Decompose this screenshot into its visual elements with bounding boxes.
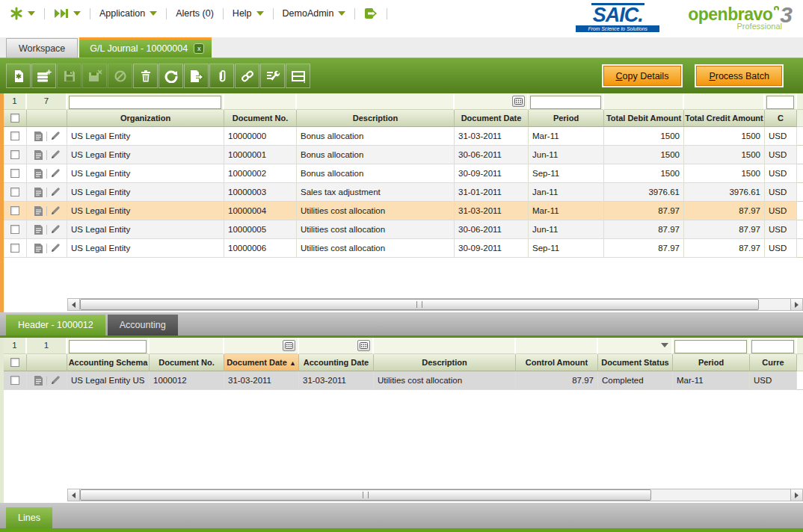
tab-accounting[interactable]: Accounting	[108, 315, 178, 335]
currency-filter-input[interactable]	[766, 96, 794, 109]
edit-pencil-icon[interactable]	[50, 375, 61, 386]
table-row[interactable]: US Legal Entity 10000003 Sales tax adjus…	[4, 183, 803, 202]
filter-cell-document-no[interactable]	[224, 93, 297, 110]
edit-pencil-icon[interactable]	[50, 149, 61, 160]
document-view-icon[interactable]	[34, 243, 43, 254]
column-header-description[interactable]: Description	[297, 110, 455, 127]
process-batch-button[interactable]: Process Batch	[696, 66, 782, 86]
scroll-right-icon[interactable]	[790, 489, 802, 501]
column-header-total-credit[interactable]: Total Credit Amount	[684, 110, 765, 127]
select-all-checkbox[interactable]	[10, 358, 19, 367]
calendar-icon[interactable]	[512, 96, 525, 107]
edit-pencil-icon[interactable]	[50, 131, 61, 141]
document-view-icon[interactable]	[34, 131, 43, 142]
edit-pencil-icon[interactable]	[50, 224, 61, 235]
calendar-icon[interactable]	[357, 340, 370, 351]
edit-pencil-icon[interactable]	[50, 243, 61, 253]
logout-button[interactable]	[362, 6, 380, 21]
column-header-total-debit[interactable]: Total Debit Amount	[604, 110, 684, 127]
filter-cell-total-debit[interactable]	[604, 93, 684, 110]
edit-pencil-icon[interactable]	[50, 168, 61, 179]
document-view-icon[interactable]	[34, 168, 43, 179]
tab-workspace[interactable]: Workspace	[6, 38, 78, 58]
column-header-period[interactable]: Period	[673, 354, 750, 371]
organization-filter-input[interactable]	[69, 96, 221, 109]
edit-pencil-icon[interactable]	[50, 187, 61, 197]
delete-button[interactable]	[133, 64, 158, 88]
tab-gl-journal[interactable]: G/L Journal - 10000004 x	[79, 37, 212, 58]
table-row[interactable]: US Legal Entity 10000005 Utilities cost …	[4, 220, 803, 239]
filter-cell-description[interactable]	[374, 338, 516, 354]
column-header-currency[interactable]: Curre	[750, 354, 797, 371]
horizontal-scrollbar[interactable]	[67, 489, 803, 501]
new-row-button[interactable]	[31, 64, 56, 88]
column-header-accounting-date[interactable]: Accounting Date	[299, 354, 374, 371]
row-checkbox[interactable]	[10, 376, 19, 385]
column-header-description[interactable]: Description	[374, 354, 516, 371]
workspace-menu-button[interactable]	[7, 5, 37, 22]
scroll-left-icon[interactable]	[68, 489, 80, 501]
currency-filter-input[interactable]	[751, 340, 794, 353]
link-button[interactable]	[235, 64, 259, 88]
refresh-button[interactable]	[159, 64, 183, 88]
alerts-menu[interactable]: Alerts (0)	[173, 7, 216, 20]
form-view-button[interactable]	[286, 64, 310, 88]
scrollbar-thumb[interactable]	[80, 299, 759, 310]
tab-lines[interactable]: Lines	[6, 507, 52, 528]
user-menu[interactable]: DemoAdmin	[280, 7, 348, 20]
scroll-right-icon[interactable]	[790, 299, 802, 310]
copy-details-button[interactable]: Copy Details	[603, 66, 682, 86]
filter-cell-total-credit[interactable]	[684, 93, 765, 110]
column-header-document-no[interactable]: Document No.	[150, 354, 224, 371]
document-view-icon[interactable]	[34, 205, 43, 217]
scroll-left-icon[interactable]	[68, 299, 80, 310]
new-document-button[interactable]	[6, 64, 31, 88]
calendar-icon[interactable]	[283, 340, 295, 351]
table-row[interactable]: US Legal Entity 10000002 Bonus allocatio…	[4, 164, 803, 183]
table-row-selected[interactable]: US Legal Entity 10000004 Utilities cost …	[4, 202, 803, 220]
row-checkbox[interactable]	[10, 225, 19, 234]
filter-cell-document-status[interactable]	[598, 338, 673, 354]
column-header-organization[interactable]: Organization	[67, 110, 224, 127]
attachment-button[interactable]	[209, 64, 234, 88]
row-checkbox[interactable]	[10, 169, 19, 178]
filter-cell-document-date[interactable]	[455, 93, 529, 110]
table-row[interactable]: US Legal Entity 10000006 Utilities cost …	[4, 239, 803, 258]
table-row[interactable]: US Legal Entity 10000000 Bonus allocatio…	[4, 127, 803, 146]
dropdown-arrow-icon[interactable]	[661, 343, 668, 347]
help-menu[interactable]: Help	[230, 7, 266, 20]
document-view-icon[interactable]	[34, 224, 43, 235]
column-header-currency[interactable]: C	[765, 110, 797, 127]
document-view-icon[interactable]	[34, 187, 43, 198]
filter-cell-description[interactable]	[297, 93, 455, 110]
row-checkbox[interactable]	[10, 244, 19, 253]
tab-header-record[interactable]: Header - 1000012	[6, 315, 105, 335]
column-header-period[interactable]: Period	[529, 110, 604, 127]
table-row-selected[interactable]: US Legal Entity US 1000012 31-03-2011 31…	[4, 371, 803, 390]
column-header-accounting-schema[interactable]: Accounting Schema	[67, 354, 150, 371]
period-filter-input[interactable]	[674, 340, 747, 353]
application-menu[interactable]: Application	[97, 7, 159, 20]
horizontal-scrollbar[interactable]	[67, 298, 803, 311]
quick-launch-menu-button[interactable]	[52, 6, 83, 21]
column-header-document-date[interactable]: Document Date	[455, 110, 529, 127]
edit-pencil-icon[interactable]	[50, 205, 61, 216]
export-button[interactable]	[184, 64, 209, 88]
document-view-icon[interactable]	[34, 375, 43, 386]
filter-cell-accounting-date[interactable]	[299, 338, 374, 354]
filter-cell-document-no[interactable]	[150, 338, 224, 354]
row-checkbox[interactable]	[10, 206, 19, 215]
tools-button[interactable]	[260, 64, 285, 88]
column-header-document-no[interactable]: Document No.	[224, 110, 297, 127]
row-checkbox[interactable]	[10, 188, 19, 197]
column-header-document-date-sorted[interactable]: Document Date ▲	[224, 354, 299, 371]
row-checkbox[interactable]	[10, 150, 19, 159]
document-view-icon[interactable]	[34, 149, 43, 161]
table-row[interactable]: US Legal Entity 10000001 Bonus allocatio…	[4, 146, 803, 164]
row-checkbox[interactable]	[10, 132, 19, 140]
column-header-control-amount[interactable]: Control Amount	[516, 354, 598, 371]
accounting-schema-filter-input[interactable]	[69, 340, 147, 353]
period-filter-input[interactable]	[530, 96, 601, 109]
filter-cell-document-date[interactable]	[224, 338, 299, 354]
close-icon[interactable]: x	[194, 43, 204, 54]
